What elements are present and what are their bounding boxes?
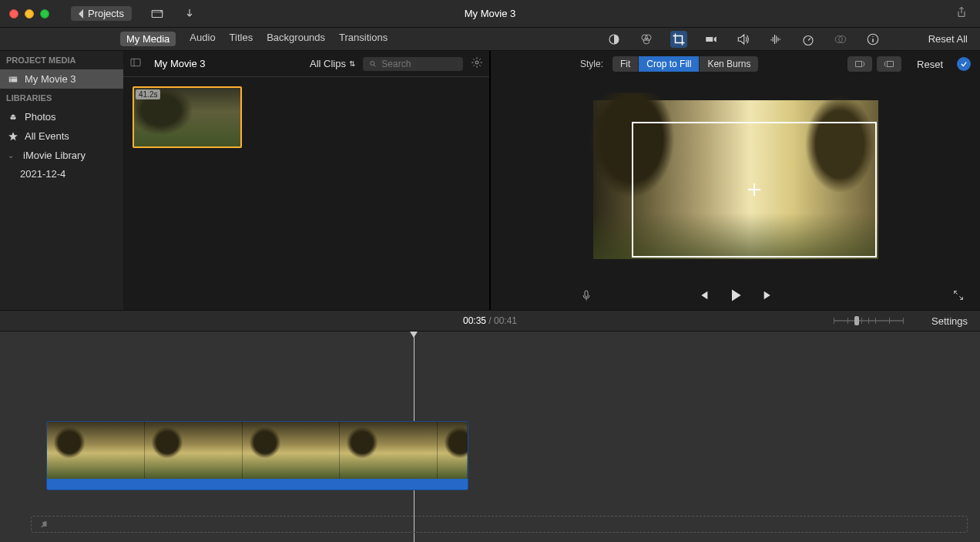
- style-crop-button[interactable]: Crop to Fill: [639, 56, 700, 72]
- window-title: My Movie 3: [465, 8, 515, 19]
- svg-rect-19: [585, 291, 588, 297]
- photos-label: Photos: [25, 111, 55, 123]
- media-tabs: My Media Audio Titles Backgrounds Transi…: [0, 32, 388, 46]
- main-area: PROJECT MEDIA My Movie 3 LIBRARIES Photo…: [0, 51, 980, 310]
- rotate-buttons: [847, 56, 901, 72]
- voiceover-icon[interactable]: [580, 288, 592, 305]
- crop-handle-tl[interactable]: [632, 122, 643, 133]
- section-project-media: PROJECT MEDIA: [0, 51, 123, 69]
- crop-style-segment: Fit Crop to Fill Ken Burns: [612, 56, 758, 72]
- tab-transitions[interactable]: Transitions: [339, 32, 388, 46]
- thumbnail-area: 41.2s: [123, 77, 489, 310]
- library-label: iMovie Library: [23, 150, 86, 161]
- crop-rectangle[interactable]: [632, 122, 877, 258]
- timeline-settings-button[interactable]: Settings: [931, 315, 968, 327]
- info-icon[interactable]: [864, 31, 881, 48]
- fullscreen-icon[interactable]: [952, 289, 965, 304]
- adjust-toolbar: [606, 31, 881, 48]
- stabilize-icon[interactable]: [703, 31, 720, 48]
- svg-rect-14: [131, 59, 140, 66]
- search-field[interactable]: [363, 57, 463, 71]
- rotate-cw-button[interactable]: [877, 56, 901, 72]
- reset-crop-button[interactable]: Reset: [917, 59, 943, 70]
- media-browser: My Movie 3 All Clips⇅ 41.2s: [123, 51, 489, 310]
- style-fit-button[interactable]: Fit: [612, 56, 639, 72]
- prev-button[interactable]: [697, 289, 710, 304]
- timeline-header: 00:35 / 00:41 Settings: [0, 310, 980, 332]
- next-button[interactable]: [762, 289, 774, 304]
- close-icon[interactable]: [9, 9, 18, 19]
- zoom-knob[interactable]: [854, 316, 859, 325]
- tab-my-media[interactable]: My Media: [120, 32, 176, 46]
- project-label: My Movie 3: [25, 73, 76, 85]
- toolbar-row: My Media Audio Titles Backgrounds Transi…: [0, 28, 980, 51]
- viewer-canvas[interactable]: [593, 100, 878, 259]
- crop-icon[interactable]: [670, 31, 687, 48]
- viewer-canvas-wrap: [491, 77, 980, 282]
- sidebar-item-event[interactable]: 2021-12-4: [0, 165, 123, 183]
- sidebar-item-project[interactable]: My Movie 3: [0, 69, 123, 89]
- style-kenburns-button[interactable]: Ken Burns: [700, 56, 758, 72]
- clip-duration-badge: 41.2s: [136, 89, 160, 99]
- search-input[interactable]: [381, 59, 457, 69]
- browser-header: My Movie 3 All Clips⇅: [123, 51, 489, 77]
- media-clip-thumbnail[interactable]: 41.2s: [133, 86, 242, 148]
- zoom-slider[interactable]: [834, 316, 903, 325]
- svg-rect-9: [9, 76, 18, 82]
- import-icon[interactable]: [150, 7, 164, 21]
- sidebar-toggle-icon[interactable]: [129, 56, 142, 71]
- speed-icon[interactable]: [800, 31, 817, 48]
- audio-track-well[interactable]: [31, 516, 968, 533]
- svg-point-13: [13, 116, 16, 120]
- tab-audio[interactable]: Audio: [190, 32, 215, 46]
- section-libraries: LIBRARIES: [0, 89, 123, 107]
- titlebar: Projects My Movie 3: [0, 0, 980, 28]
- sidebar-item-library[interactable]: ⌄ iMovie Library: [0, 146, 123, 165]
- noise-reduce-icon[interactable]: [767, 31, 784, 48]
- sidebar: PROJECT MEDIA My Movie 3 LIBRARIES Photo…: [0, 51, 123, 310]
- crop-style-row: Style: Fit Crop to Fill Ken Burns Reset: [491, 51, 980, 77]
- clips-filter-dropdown[interactable]: All Clips⇅: [310, 58, 355, 69]
- sidebar-item-photos[interactable]: Photos: [0, 107, 123, 126]
- viewer-pane: Style: Fit Crop to Fill Ken Burns Reset: [491, 51, 980, 310]
- svg-point-15: [371, 61, 374, 65]
- tab-titles[interactable]: Titles: [230, 32, 253, 46]
- crop-center-icon: [748, 183, 760, 196]
- timecode-display: 00:35 / 00:41: [463, 315, 517, 326]
- apply-crop-button[interactable]: [957, 57, 971, 71]
- chevron-down-icon[interactable]: ⌄: [8, 151, 14, 160]
- crop-handle-bl[interactable]: [632, 247, 643, 258]
- browser-title: My Movie 3: [154, 58, 205, 69]
- download-icon[interactable]: [183, 7, 196, 21]
- transport-controls: [697, 288, 774, 305]
- back-to-projects-button[interactable]: Projects: [71, 6, 132, 21]
- crop-handle-br[interactable]: [866, 247, 877, 258]
- share-button[interactable]: [955, 6, 968, 21]
- gear-icon[interactable]: [471, 56, 483, 71]
- current-time: 00:35: [463, 315, 486, 326]
- tab-backgrounds[interactable]: Backgrounds: [267, 32, 325, 46]
- color-correction-icon[interactable]: [638, 31, 655, 48]
- reset-all-button[interactable]: Reset All: [928, 33, 968, 45]
- svg-point-16: [475, 61, 478, 64]
- sidebar-item-all-events[interactable]: All Events: [0, 126, 123, 146]
- timeline-clip[interactable]: [46, 421, 468, 490]
- zoom-icon[interactable]: [40, 9, 49, 19]
- svg-point-4: [643, 38, 649, 44]
- volume-icon[interactable]: [735, 31, 752, 48]
- style-label: Style:: [580, 59, 603, 69]
- total-time: 00:41: [494, 315, 517, 326]
- crop-handle-tr[interactable]: [866, 122, 877, 133]
- minimize-icon[interactable]: [25, 9, 34, 19]
- filter-icon[interactable]: [832, 31, 849, 48]
- play-button[interactable]: [728, 288, 743, 305]
- back-label: Projects: [88, 8, 124, 19]
- timeline[interactable]: [0, 332, 980, 542]
- svg-point-2: [642, 35, 648, 41]
- rotate-ccw-button[interactable]: [847, 56, 872, 72]
- window-controls: [9, 9, 49, 19]
- enhance-icon[interactable]: [496, 32, 508, 46]
- browser-pane: PROJECT MEDIA My Movie 3 LIBRARIES Photo…: [0, 51, 491, 310]
- color-balance-icon[interactable]: [606, 31, 623, 48]
- playback-bar: [491, 282, 980, 310]
